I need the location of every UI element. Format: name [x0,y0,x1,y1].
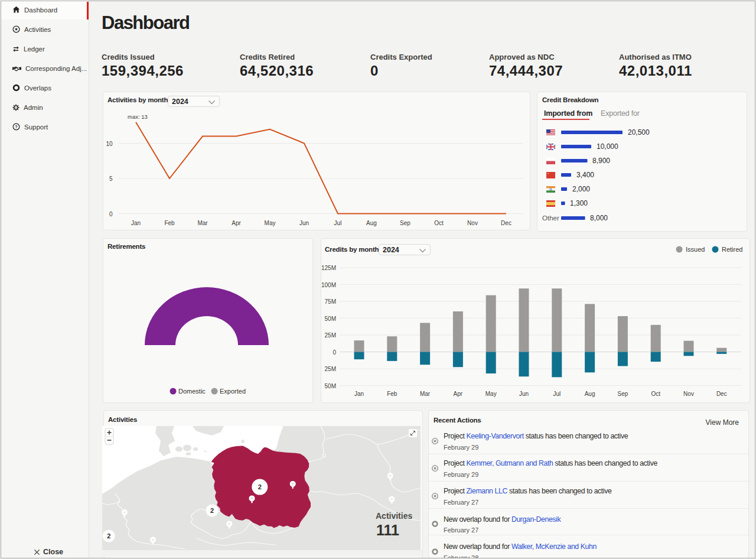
svg-text:10: 10 [106,141,113,147]
svg-text:Mar: Mar [420,391,431,397]
svg-text:Feb: Feb [387,391,397,397]
svg-text:2: 2 [258,483,262,490]
svg-text:Retired: Retired [722,246,742,253]
svg-text:8,000: 8,000 [590,214,608,222]
svg-text:Sep: Sep [400,220,410,226]
svg-text:?: ? [15,124,18,129]
svg-text:8,900: 8,900 [592,157,610,165]
svg-text:Other: Other [542,214,559,222]
svg-text:Apr: Apr [232,220,241,226]
svg-text:100M: 100M [321,282,336,288]
svg-text:Aug: Aug [366,220,377,226]
svg-text:Sep: Sep [618,391,628,397]
svg-text:0: 0 [333,349,336,356]
svg-text:Domestic: Domestic [178,388,206,395]
svg-text:Aug: Aug [585,391,595,397]
svg-text:3,400: 3,400 [576,171,594,179]
svg-text:Oct: Oct [651,391,660,397]
svg-text:0: 0 [109,211,113,217]
svg-text:May: May [265,220,276,226]
svg-text:Mar: Mar [197,220,208,226]
svg-text:Issued: Issued [686,246,705,253]
svg-text:Nov: Nov [683,391,694,397]
svg-text:Exported: Exported [220,388,246,395]
svg-text:Nov: Nov [467,220,478,226]
svg-text:1,300: 1,300 [570,199,588,207]
svg-text:25M: 25M [325,332,336,339]
svg-text:Jan: Jan [354,391,364,397]
svg-text:75M: 75M [325,298,336,305]
svg-text:Jun: Jun [519,391,529,397]
svg-text:50M: 50M [325,383,336,389]
svg-text:5: 5 [109,176,113,182]
svg-text:max: 13: max: 13 [128,113,148,120]
svg-text:10,000: 10,000 [597,142,618,151]
svg-text:20,500: 20,500 [628,128,650,136]
svg-text:Jun: Jun [299,220,309,226]
svg-text:Feb: Feb [164,220,175,226]
svg-text:May: May [485,391,497,397]
svg-text:50M: 50M [325,316,336,322]
svg-text:25M: 25M [325,366,336,372]
svg-text:2,000: 2,000 [572,185,590,193]
svg-text:Jul: Jul [334,220,342,226]
svg-text:Apr: Apr [454,391,463,397]
svg-text:Jul: Jul [553,391,561,397]
svg-text:Jan: Jan [131,220,141,226]
svg-text:2: 2 [107,532,110,540]
svg-text:125M: 125M [321,265,336,271]
svg-text:2: 2 [210,507,214,514]
svg-text:Oct: Oct [434,220,444,226]
svg-text:Dec: Dec [501,220,511,226]
svg-text:Dec: Dec [716,391,727,397]
